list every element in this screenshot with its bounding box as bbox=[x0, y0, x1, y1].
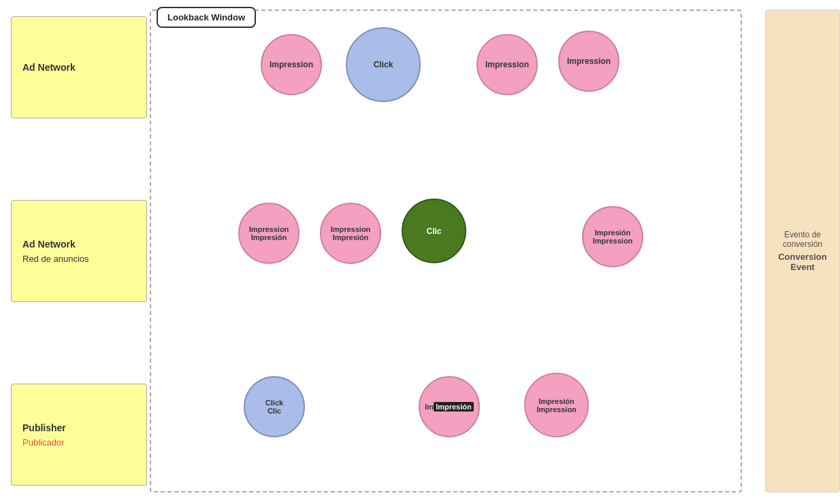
publisher-subtitle: Publicador bbox=[22, 437, 64, 448]
ad-network-box-2: Ad Network Red de anuncios bbox=[11, 200, 147, 302]
ad-network-1-title: Ad Network bbox=[22, 62, 76, 73]
publisher-title: Publisher bbox=[22, 422, 66, 433]
main-container: Ad Network Ad Network Red de anuncios Pu… bbox=[0, 0, 840, 504]
ad-network-2-subtitle: Red de anuncios bbox=[22, 254, 89, 264]
circle-click-1: Click bbox=[346, 27, 421, 102]
left-sidebar: Ad Network Ad Network Red de anuncios Pu… bbox=[11, 10, 147, 492]
circle-impression-3: Impression bbox=[558, 31, 619, 92]
circle-impression-impresion-1: Impression Impresión bbox=[238, 203, 300, 264]
circle-clic-green: Clic bbox=[402, 199, 466, 263]
circle-impression-2: Impression bbox=[476, 34, 538, 95]
conversion-event-sidebar: Evento de conversión Conversion Event bbox=[765, 10, 840, 492]
circle-impresion-impression-bottom: Impresión Impression bbox=[524, 373, 589, 437]
ad-network-2-title: Ad Network bbox=[22, 239, 76, 250]
circle-im-impresion: ImImpresión bbox=[419, 376, 480, 437]
publisher-box: Publisher Publicador bbox=[11, 384, 147, 486]
lookback-window-label: Lookback Window bbox=[157, 7, 256, 28]
conversion-label2: Conversion Event bbox=[773, 252, 833, 272]
circle-impression-impresion-2: Impression Impresión bbox=[320, 203, 381, 264]
circle-click-clic: Click Clic bbox=[244, 376, 305, 437]
conversion-label1: Evento de conversión bbox=[773, 230, 833, 249]
ad-network-box-1: Ad Network bbox=[11, 16, 147, 118]
circle-impresion-impression-right: Impresión Impression bbox=[582, 206, 643, 267]
circle-impression-1: Impression bbox=[261, 34, 322, 95]
